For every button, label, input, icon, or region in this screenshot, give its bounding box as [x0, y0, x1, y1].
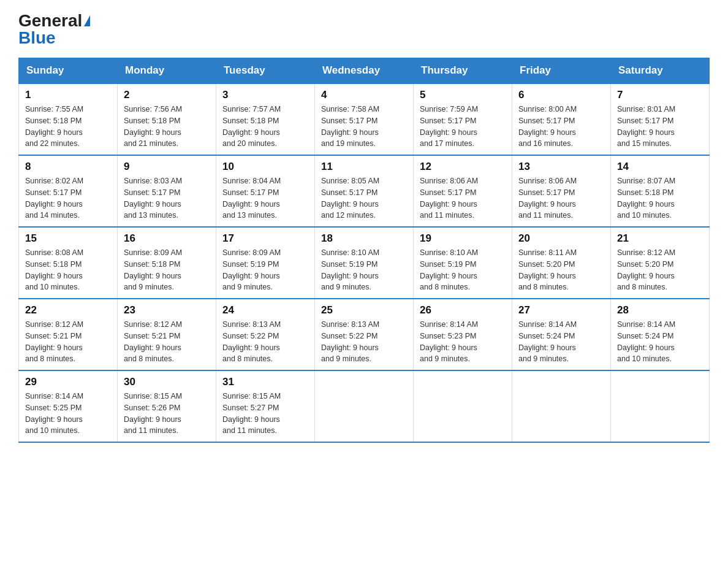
- calendar-cell: 10 Sunrise: 8:04 AM Sunset: 5:17 PM Dayl…: [216, 155, 315, 227]
- calendar-cell: 23 Sunrise: 8:12 AM Sunset: 5:21 PM Dayl…: [118, 299, 216, 370]
- logo-general-text: General: [18, 12, 82, 29]
- calendar-week-row: 29 Sunrise: 8:14 AM Sunset: 5:25 PM Dayl…: [19, 370, 710, 442]
- calendar-cell: 30 Sunrise: 8:15 AM Sunset: 5:26 PM Dayl…: [118, 370, 216, 442]
- day-number: 31: [222, 376, 308, 388]
- day-info: Sunrise: 8:09 AM Sunset: 5:19 PM Dayligh…: [222, 247, 308, 293]
- weekday-header-thursday: Thursday: [414, 58, 512, 84]
- day-number: 15: [25, 232, 111, 245]
- day-info: Sunrise: 8:01 AM Sunset: 5:17 PM Dayligh…: [617, 104, 703, 150]
- calendar-cell: 26 Sunrise: 8:14 AM Sunset: 5:23 PM Dayl…: [414, 299, 512, 370]
- day-info: Sunrise: 8:02 AM Sunset: 5:17 PM Dayligh…: [25, 175, 111, 221]
- day-number: 6: [518, 89, 604, 101]
- day-info: Sunrise: 7:55 AM Sunset: 5:18 PM Dayligh…: [25, 104, 111, 150]
- day-number: 10: [222, 161, 308, 173]
- calendar-cell: 2 Sunrise: 7:56 AM Sunset: 5:18 PM Dayli…: [118, 83, 216, 155]
- calendar-cell: 22 Sunrise: 8:12 AM Sunset: 5:21 PM Dayl…: [19, 299, 118, 370]
- calendar-cell: 7 Sunrise: 8:01 AM Sunset: 5:17 PM Dayli…: [611, 83, 710, 155]
- day-info: Sunrise: 7:59 AM Sunset: 5:17 PM Dayligh…: [420, 104, 506, 150]
- day-number: 13: [518, 161, 604, 173]
- calendar-cell: 24 Sunrise: 8:13 AM Sunset: 5:22 PM Dayl…: [216, 299, 315, 370]
- day-info: Sunrise: 8:10 AM Sunset: 5:19 PM Dayligh…: [321, 247, 407, 293]
- day-info: Sunrise: 8:10 AM Sunset: 5:19 PM Dayligh…: [420, 247, 506, 293]
- day-info: Sunrise: 8:05 AM Sunset: 5:17 PM Dayligh…: [321, 175, 407, 221]
- day-number: 8: [25, 161, 111, 173]
- calendar-cell: 28 Sunrise: 8:14 AM Sunset: 5:24 PM Dayl…: [611, 299, 710, 370]
- calendar-week-row: 22 Sunrise: 8:12 AM Sunset: 5:21 PM Dayl…: [19, 299, 710, 370]
- calendar-cell: [611, 370, 710, 442]
- day-number: 2: [124, 89, 210, 101]
- logo: General Blue: [18, 12, 90, 47]
- day-number: 14: [617, 161, 703, 173]
- weekday-header-monday: Monday: [118, 58, 216, 84]
- day-number: 19: [420, 232, 506, 245]
- day-info: Sunrise: 8:06 AM Sunset: 5:17 PM Dayligh…: [518, 175, 604, 221]
- calendar-cell: 9 Sunrise: 8:03 AM Sunset: 5:17 PM Dayli…: [118, 155, 216, 227]
- day-number: 27: [518, 304, 604, 316]
- day-number: 9: [124, 161, 210, 173]
- weekday-header-row: SundayMondayTuesdayWednesdayThursdayFrid…: [19, 58, 710, 84]
- day-info: Sunrise: 8:11 AM Sunset: 5:20 PM Dayligh…: [518, 247, 604, 293]
- day-number: 24: [222, 304, 308, 316]
- logo-triangle-icon: [84, 15, 90, 26]
- weekday-header-sunday: Sunday: [19, 58, 118, 84]
- day-info: Sunrise: 8:07 AM Sunset: 5:18 PM Dayligh…: [617, 175, 703, 221]
- calendar-cell: 11 Sunrise: 8:05 AM Sunset: 5:17 PM Dayl…: [315, 155, 414, 227]
- calendar-cell: 20 Sunrise: 8:11 AM Sunset: 5:20 PM Dayl…: [512, 227, 611, 299]
- calendar-cell: 5 Sunrise: 7:59 AM Sunset: 5:17 PM Dayli…: [414, 83, 512, 155]
- day-info: Sunrise: 8:06 AM Sunset: 5:17 PM Dayligh…: [420, 175, 506, 221]
- day-info: Sunrise: 8:04 AM Sunset: 5:17 PM Dayligh…: [222, 175, 308, 221]
- day-info: Sunrise: 7:56 AM Sunset: 5:18 PM Dayligh…: [124, 104, 210, 150]
- calendar-table: SundayMondayTuesdayWednesdayThursdayFrid…: [18, 58, 710, 443]
- day-info: Sunrise: 8:12 AM Sunset: 5:21 PM Dayligh…: [25, 319, 111, 365]
- day-info: Sunrise: 8:14 AM Sunset: 5:25 PM Dayligh…: [25, 391, 111, 437]
- day-number: 29: [25, 376, 111, 388]
- calendar-week-row: 8 Sunrise: 8:02 AM Sunset: 5:17 PM Dayli…: [19, 155, 710, 227]
- calendar-cell: 27 Sunrise: 8:14 AM Sunset: 5:24 PM Dayl…: [512, 299, 611, 370]
- calendar-cell: 1 Sunrise: 7:55 AM Sunset: 5:18 PM Dayli…: [19, 83, 118, 155]
- day-number: 26: [420, 304, 506, 316]
- day-number: 12: [420, 161, 506, 173]
- calendar-cell: 14 Sunrise: 8:07 AM Sunset: 5:18 PM Dayl…: [611, 155, 710, 227]
- day-number: 17: [222, 232, 308, 245]
- day-info: Sunrise: 7:57 AM Sunset: 5:18 PM Dayligh…: [222, 104, 308, 150]
- calendar-cell: 31 Sunrise: 8:15 AM Sunset: 5:27 PM Dayl…: [216, 370, 315, 442]
- calendar-cell: 19 Sunrise: 8:10 AM Sunset: 5:19 PM Dayl…: [414, 227, 512, 299]
- day-info: Sunrise: 8:00 AM Sunset: 5:17 PM Dayligh…: [518, 104, 604, 150]
- calendar-cell: 15 Sunrise: 8:08 AM Sunset: 5:18 PM Dayl…: [19, 227, 118, 299]
- day-number: 30: [124, 376, 210, 388]
- page-header: General Blue: [18, 12, 710, 47]
- day-number: 1: [25, 89, 111, 101]
- calendar-cell: [512, 370, 611, 442]
- day-number: 20: [518, 232, 604, 245]
- calendar-cell: 8 Sunrise: 8:02 AM Sunset: 5:17 PM Dayli…: [19, 155, 118, 227]
- day-number: 4: [321, 89, 407, 101]
- day-info: Sunrise: 8:09 AM Sunset: 5:18 PM Dayligh…: [124, 247, 210, 293]
- logo-blue-text: Blue: [18, 29, 56, 47]
- day-number: 18: [321, 232, 407, 245]
- day-info: Sunrise: 8:12 AM Sunset: 5:21 PM Dayligh…: [124, 319, 210, 365]
- weekday-header-saturday: Saturday: [611, 58, 710, 84]
- calendar-cell: 4 Sunrise: 7:58 AM Sunset: 5:17 PM Dayli…: [315, 83, 414, 155]
- calendar-cell: 16 Sunrise: 8:09 AM Sunset: 5:18 PM Dayl…: [118, 227, 216, 299]
- weekday-header-friday: Friday: [512, 58, 611, 84]
- day-number: 5: [420, 89, 506, 101]
- day-info: Sunrise: 8:08 AM Sunset: 5:18 PM Dayligh…: [25, 247, 111, 293]
- day-info: Sunrise: 8:15 AM Sunset: 5:27 PM Dayligh…: [222, 391, 308, 437]
- day-number: 22: [25, 304, 111, 316]
- day-number: 16: [124, 232, 210, 245]
- calendar-cell: [414, 370, 512, 442]
- day-info: Sunrise: 8:03 AM Sunset: 5:17 PM Dayligh…: [124, 175, 210, 221]
- calendar-cell: 6 Sunrise: 8:00 AM Sunset: 5:17 PM Dayli…: [512, 83, 611, 155]
- day-number: 21: [617, 232, 703, 245]
- day-info: Sunrise: 8:14 AM Sunset: 5:24 PM Dayligh…: [617, 319, 703, 365]
- day-info: Sunrise: 8:14 AM Sunset: 5:23 PM Dayligh…: [420, 319, 506, 365]
- calendar-cell: 25 Sunrise: 8:13 AM Sunset: 5:22 PM Dayl…: [315, 299, 414, 370]
- day-number: 25: [321, 304, 407, 316]
- day-number: 3: [222, 89, 308, 101]
- weekday-header-tuesday: Tuesday: [216, 58, 315, 84]
- day-number: 7: [617, 89, 703, 101]
- calendar-week-row: 15 Sunrise: 8:08 AM Sunset: 5:18 PM Dayl…: [19, 227, 710, 299]
- day-number: 11: [321, 161, 407, 173]
- day-info: Sunrise: 8:14 AM Sunset: 5:24 PM Dayligh…: [518, 319, 604, 365]
- day-info: Sunrise: 8:13 AM Sunset: 5:22 PM Dayligh…: [321, 319, 407, 365]
